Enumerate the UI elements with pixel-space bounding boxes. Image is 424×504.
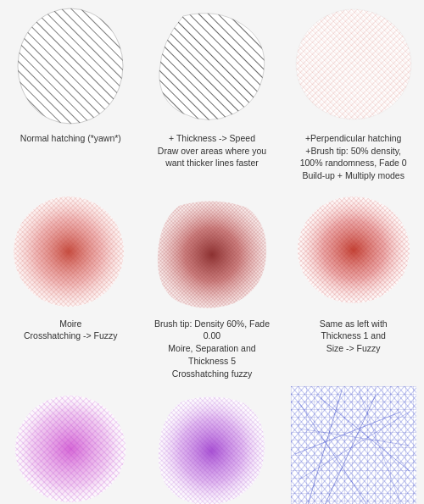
- cell-moire-size-fuzzy: Same as left withThickness 1 andSize -> …: [282, 186, 424, 383]
- cell-moire-fuzzy: MoireCrosshatching -> Fuzzy: [0, 186, 142, 383]
- canvas-2: [149, 3, 275, 129]
- caption-4: MoireCrosshatching -> Fuzzy: [24, 318, 118, 342]
- canvas-1: [8, 3, 133, 129]
- cell-normal-hatching: Normal hatching (*yawn*): [0, 0, 142, 186]
- svg-rect-24: [149, 189, 275, 314]
- canvas-4: [8, 189, 133, 314]
- caption-6: Same as left withThickness 1 andSize -> …: [320, 318, 388, 355]
- caption-2: + Thickness -> SpeedDraw over areas wher…: [158, 132, 266, 169]
- svg-rect-31: [291, 189, 416, 314]
- cell-moire-blue: MoireSeparations -> Fuzzy: [282, 383, 424, 504]
- svg-rect-13: [291, 3, 416, 129]
- main-grid: Normal hatching (*yawn*) + Thickness -> …: [0, 0, 424, 504]
- canvas-3: [291, 3, 416, 129]
- cell-grid-purple2: -45°plane then +45°planeSeparations -> F…: [142, 383, 283, 504]
- caption-1: Normal hatching (*yawn*): [20, 132, 121, 145]
- canvas-6: [291, 189, 416, 314]
- canvas-5: [149, 189, 275, 314]
- svg-rect-20: [8, 189, 133, 314]
- svg-rect-38: [8, 386, 133, 504]
- canvas-7: [8, 386, 133, 504]
- svg-rect-42: [149, 386, 275, 504]
- caption-5: Brush tip: Density 60%, Fade 0.00Moire, …: [148, 318, 276, 379]
- caption-3: +Perpendicular hatching+Brush tip: 50% d…: [300, 132, 407, 182]
- canvas-8: [149, 386, 275, 504]
- cell-thick-hatching: + Thickness -> SpeedDraw over areas wher…: [142, 0, 283, 186]
- svg-rect-5: [149, 3, 275, 129]
- cell-grid-purple: -45°plane then +45°planeBlue grid, Origi…: [0, 383, 142, 504]
- canvas-9: [291, 386, 416, 504]
- cell-moire-dense: Brush tip: Density 60%, Fade 0.00Moire, …: [142, 186, 283, 383]
- svg-rect-51: [291, 386, 416, 504]
- svg-rect-3: [8, 3, 133, 129]
- cell-crosshatch-red: +Perpendicular hatching+Brush tip: 50% d…: [282, 0, 424, 186]
